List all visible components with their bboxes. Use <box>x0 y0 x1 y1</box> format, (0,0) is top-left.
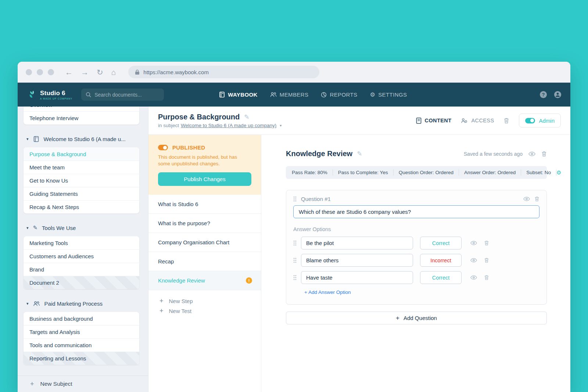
subjects-sidebar: Overview Telephone Interview ▾ Welcome t… <box>18 107 148 392</box>
address-bar[interactable]: https://acme.waybook.com <box>128 66 319 78</box>
new-test-button[interactable]: + New Test <box>159 308 261 314</box>
chevron-down-icon[interactable]: ▾ <box>26 301 29 306</box>
profile-icon[interactable] <box>554 91 562 98</box>
search-placeholder: Search documents... <box>94 92 141 98</box>
answer-status-button[interactable]: Correct <box>420 237 462 249</box>
publish-changes-button[interactable]: Publish Changes <box>158 172 251 186</box>
new-test-label: New Test <box>169 308 191 314</box>
sidebar-item-recap-next-steps[interactable]: Recap & Next Steps <box>24 200 139 213</box>
publish-status-label: PUBLISHED <box>172 144 205 151</box>
admin-toggle-icon[interactable] <box>525 118 535 123</box>
breadcrumb: in subject Welcome to Studio 6 (A made u… <box>158 123 282 128</box>
question-eye-icon[interactable] <box>523 197 530 201</box>
delete-test-icon[interactable] <box>541 151 547 157</box>
studio6-logo[interactable]: Studio 6 A MADE UP COMPANY <box>28 90 72 100</box>
preview-eye-icon[interactable] <box>528 151 535 157</box>
help-icon[interactable]: ? <box>540 91 547 98</box>
question-label: Question #1 <box>301 196 331 202</box>
search-input[interactable]: Search documents... <box>81 89 164 101</box>
answer-delete-icon[interactable] <box>484 258 489 263</box>
test-settings-bar: Pass Rate: 80% Pass to Complete: Yes Que… <box>286 166 547 179</box>
subject-header-welcome[interactable]: ▾ Welcome to Studio 6 (A made u... <box>26 134 139 144</box>
answer-status-button[interactable]: Incorrect <box>420 254 462 267</box>
setting-subset: Subset: No <box>521 169 556 176</box>
step-item-what-is-purpose[interactable]: What is the purpose? <box>148 214 261 233</box>
main-nav: WAYBOOK MEMBERS REPORTS ⚙ SETTINGS <box>219 91 407 98</box>
home-icon[interactable]: ⌂ <box>111 68 116 76</box>
close-window-icon[interactable] <box>26 69 32 75</box>
drag-handle-icon[interactable] <box>293 275 297 280</box>
step-item-knowledge-review[interactable]: Knowledge Review ! <box>148 271 261 290</box>
answer-eye-icon[interactable] <box>470 258 477 263</box>
chevron-down-icon[interactable]: ▾ <box>26 137 29 141</box>
maximize-window-icon[interactable] <box>48 69 54 75</box>
gear-icon: ⚙ <box>370 92 375 98</box>
answer-delete-icon[interactable] <box>484 240 489 246</box>
nav-item-settings[interactable]: ⚙ SETTINGS <box>370 91 407 98</box>
book-icon <box>219 91 225 98</box>
step-label: What is the purpose? <box>158 220 210 226</box>
sidebar-item-overview[interactable]: Overview <box>24 107 139 111</box>
forward-icon[interactable]: → <box>81 68 89 76</box>
new-subject-button[interactable]: + New Subject <box>18 375 148 392</box>
sidebar-item-purpose-background[interactable]: Purpose & Background <box>24 147 139 161</box>
window-controls[interactable] <box>26 69 54 75</box>
pie-chart-icon <box>321 92 327 98</box>
subject-link[interactable]: Welcome to Studio 6 (A made up company) <box>181 123 276 128</box>
sidebar-item-marketing-tools[interactable]: Marketing Tools <box>24 236 139 249</box>
reload-icon[interactable]: ↻ <box>97 68 103 76</box>
question-delete-icon[interactable] <box>534 196 539 202</box>
chevron-down-icon[interactable]: ▾ <box>26 226 29 230</box>
nav-item-members[interactable]: MEMBERS <box>270 91 309 98</box>
sidebar-item-get-to-know-us[interactable]: Get to Know Us <box>24 174 139 187</box>
published-toggle-icon[interactable] <box>158 145 168 150</box>
sidebar-item-brand[interactable]: Brand <box>24 263 139 276</box>
subject-title: Welcome to Studio 6 (A made u... <box>44 136 126 142</box>
url-text: https://acme.waybook.com <box>143 69 209 75</box>
test-settings-gear-icon[interactable]: ⚙ <box>556 169 561 176</box>
sidebar-item-reporting-lessons[interactable]: Reporting and Lessons <box>24 352 139 365</box>
answer-delete-icon[interactable] <box>484 275 489 280</box>
new-step-button[interactable]: + New Step <box>159 298 261 304</box>
admin-toggle-button[interactable]: Admin <box>519 114 561 127</box>
answer-eye-icon[interactable] <box>470 275 477 280</box>
add-answer-option-button[interactable]: + Add Answer Option <box>304 289 351 295</box>
tab-label: ACCESS <box>471 118 494 123</box>
step-item-recap[interactable]: Recap <box>148 252 261 271</box>
delete-document-icon[interactable] <box>503 118 509 124</box>
tab-access[interactable]: ACCESS <box>461 118 494 123</box>
sidebar-item-customers-audiences[interactable]: Customers and Audiences <box>24 249 139 263</box>
lock-icon <box>135 69 140 75</box>
tab-content[interactable]: CONTENT <box>416 118 452 124</box>
answer-text-input[interactable] <box>301 237 413 249</box>
subject-header-tools-we-use[interactable]: ▾ ✎ Tools We Use <box>26 223 139 233</box>
step-item-org-chart[interactable]: Company Organisation Chart <box>148 233 261 252</box>
step-item-what-is-studio6[interactable]: What is Studio 6 <box>148 195 261 214</box>
nav-item-waybook[interactable]: WAYBOOK <box>219 91 258 98</box>
step-label: Recap <box>158 258 174 265</box>
answer-text-input[interactable] <box>301 271 413 284</box>
chevron-down-icon[interactable]: ▾ <box>280 123 282 127</box>
sidebar-item-document-2[interactable]: Document 2 <box>24 276 139 289</box>
answer-text-input[interactable] <box>301 254 413 267</box>
add-question-button[interactable]: + Add Question <box>286 312 547 324</box>
nav-item-reports[interactable]: REPORTS <box>321 91 357 98</box>
drag-handle-icon[interactable] <box>293 196 297 202</box>
setting-pass-to-complete: Pass to Complete: Yes <box>333 169 394 176</box>
question-text-input[interactable] <box>293 205 539 218</box>
subject-header-paid-marketing[interactable]: ▾ Paid Marketing Process <box>26 299 139 308</box>
sidebar-item-telephone-interview[interactable]: Telephone Interview <box>24 111 139 125</box>
sidebar-item-business-background[interactable]: Business and background <box>24 312 139 325</box>
sidebar-item-targets-analysis[interactable]: Targets and Analysis <box>24 325 139 338</box>
sidebar-item-tools-communication[interactable]: Tools and communication <box>24 338 139 352</box>
edit-title-icon[interactable]: ✎ <box>244 113 249 121</box>
drag-handle-icon[interactable] <box>293 240 297 246</box>
sidebar-item-guiding-statements[interactable]: Guiding Statements <box>24 187 139 200</box>
edit-test-title-icon[interactable]: ✎ <box>357 150 362 158</box>
answer-eye-icon[interactable] <box>470 241 477 245</box>
back-icon[interactable]: ← <box>65 68 73 76</box>
minimize-window-icon[interactable] <box>37 69 43 75</box>
sidebar-item-meet-the-team[interactable]: Meet the team <box>24 161 139 174</box>
drag-handle-icon[interactable] <box>293 258 297 263</box>
answer-status-button[interactable]: Correct <box>420 271 462 284</box>
